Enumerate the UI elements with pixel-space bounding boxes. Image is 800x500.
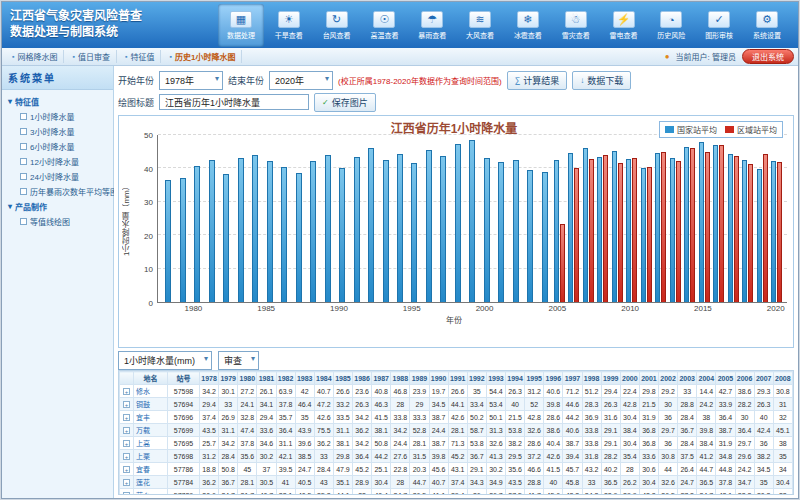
- table-header-year-1996[interactable]: 1996: [544, 372, 563, 385]
- header-module-7[interactable]: ☃雪灾查看: [553, 4, 599, 47]
- bar-national-1987: [296, 173, 302, 302]
- value-cell-上高-1994: 38.2: [506, 437, 525, 450]
- table-row-莲花[interactable]: +莲花5778436.236.728.130.54140.54335.128.9…: [120, 476, 793, 489]
- tree-group-1[interactable]: ▾产品制作: [4, 199, 111, 214]
- tree-item-0-0[interactable]: 1小时降水量: [4, 109, 111, 124]
- header-module-0[interactable]: ▦数据处理: [218, 4, 264, 47]
- table-header-year-1989[interactable]: 1989: [410, 372, 429, 385]
- value-cell-铜鼓-1997: 44.6: [563, 398, 582, 411]
- header-module-8[interactable]: ⚡雷电查看: [601, 4, 647, 47]
- table-row-上高[interactable]: +上高5769525.734.237.834.631.139.636.238.1…: [120, 437, 793, 450]
- header-module-2[interactable]: ↻台风查看: [314, 4, 360, 47]
- end-year-select[interactable]: 2020年: [269, 71, 333, 90]
- table-header-year-1987[interactable]: 1987: [372, 372, 391, 385]
- table-metric-select[interactable]: 1小时降水量(mm): [118, 351, 212, 370]
- header-module-10[interactable]: ✓图形审核: [696, 4, 742, 47]
- table-header-year-1981[interactable]: 1981: [257, 372, 276, 385]
- table-row-宜丰[interactable]: +宜丰5769637.426.932.829.435.73542.633.534…: [120, 411, 793, 424]
- header-module-9[interactable]: ◔历史风险: [648, 4, 694, 47]
- tree-item-checkbox[interactable]: [20, 143, 27, 150]
- header-module-1[interactable]: ☀干旱查看: [266, 4, 312, 47]
- tree-item-checkbox[interactable]: [20, 158, 27, 165]
- table-header-year-1978[interactable]: 1978: [200, 372, 219, 385]
- row-expand-icon[interactable]: +: [123, 401, 130, 408]
- tree-group-0[interactable]: ▾特征值: [4, 94, 111, 109]
- table-row-修水[interactable]: +修水5759834.230.127.226.163.94240.726.623…: [120, 385, 793, 398]
- tree-item-1-0[interactable]: 等值线绘图: [4, 214, 111, 229]
- table-header-year-1997[interactable]: 1997: [563, 372, 582, 385]
- table-row-万载[interactable]: +万载5769943.531.147.433.636.443.975.531.1…: [120, 424, 793, 437]
- table-row-上栗[interactable]: +上栗5769831.228.435.630.242.138.53329.836…: [120, 450, 793, 463]
- calc-button[interactable]: ∑ 计算结果: [507, 71, 568, 90]
- row-expand-icon[interactable]: +: [123, 414, 130, 421]
- table-header-name[interactable]: 地名: [134, 372, 168, 385]
- table-row-萍乡[interactable]: +萍乡5778930.634.731.740.733.140.535.244.1…: [120, 489, 793, 496]
- table-header-year-1999[interactable]: 1999: [601, 372, 620, 385]
- tab-0[interactable]: ▪网格降水图: [6, 50, 64, 63]
- table-header-year-1979[interactable]: 1979: [219, 372, 238, 385]
- table-header-year-1982[interactable]: 1982: [276, 372, 295, 385]
- tree-item-0-3[interactable]: 12小时降水量: [4, 154, 111, 169]
- row-expand-icon[interactable]: +: [123, 427, 130, 434]
- row-expand-icon[interactable]: +: [123, 388, 130, 395]
- tree-item-checkbox[interactable]: [20, 173, 27, 180]
- row-expand-icon[interactable]: +: [123, 479, 130, 486]
- table-header-year-2000[interactable]: 2000: [620, 372, 639, 385]
- table-header-year-1984[interactable]: 1984: [314, 372, 333, 385]
- tab-1[interactable]: ▪值日审查: [66, 50, 116, 63]
- tree-item-0-1[interactable]: 3小时降水量: [4, 124, 111, 139]
- table-header-year-2006[interactable]: 2006: [735, 372, 754, 385]
- tree-item-0-4[interactable]: 24小时降水量: [4, 169, 111, 184]
- row-expand-icon[interactable]: +: [123, 440, 130, 447]
- table-row-宜春[interactable]: +宜春5778618.850.8453739.524.728.447.945.2…: [120, 463, 793, 476]
- table-header-year-1980[interactable]: 1980: [238, 372, 257, 385]
- start-year-select[interactable]: 1978年: [159, 71, 223, 90]
- legend-item-0: 国家站平均: [665, 124, 717, 135]
- table-header-year-2005[interactable]: 2005: [716, 372, 735, 385]
- table-header-year-1993[interactable]: 1993: [486, 372, 505, 385]
- table-header-year-2007[interactable]: 2007: [754, 372, 773, 385]
- tab-2[interactable]: ▪特征值: [119, 50, 161, 63]
- row-expand-icon[interactable]: +: [123, 492, 130, 496]
- tree-item-label: 3小时降水量: [30, 126, 74, 137]
- table-header-station[interactable]: 站号: [168, 372, 200, 385]
- header-module-6[interactable]: ❄冰雹查看: [505, 4, 551, 47]
- table-header-year-1994[interactable]: 1994: [506, 372, 525, 385]
- table-header-year-2001[interactable]: 2001: [639, 372, 658, 385]
- table-header-year-1986[interactable]: 1986: [353, 372, 372, 385]
- chart-title-input[interactable]: [159, 94, 309, 110]
- tree-item-checkbox[interactable]: [20, 218, 27, 225]
- row-expand-icon[interactable]: +: [123, 453, 130, 460]
- table-header-year-1985[interactable]: 1985: [333, 372, 352, 385]
- table-header-year-2003[interactable]: 2003: [678, 372, 697, 385]
- table-header-year-1991[interactable]: 1991: [448, 372, 467, 385]
- tree-item-0-5[interactable]: 历年暴雨次数年平均等图: [4, 184, 111, 199]
- table-header-year-1990[interactable]: 1990: [429, 372, 448, 385]
- table-header-year-1988[interactable]: 1988: [391, 372, 410, 385]
- row-expand-icon[interactable]: +: [123, 466, 130, 473]
- header-module-5[interactable]: ≋大风查看: [457, 4, 503, 47]
- tree-item-checkbox[interactable]: [20, 188, 27, 195]
- header-module-4[interactable]: ☂暴雨查看: [409, 4, 455, 47]
- download-button[interactable]: ↓ 数据下载: [572, 71, 631, 90]
- bar-regional-2011: [647, 167, 652, 302]
- header-module-3[interactable]: ☉高温查看: [361, 4, 407, 47]
- table-row-铜鼓[interactable]: +铜鼓5769429.43324.134.137.846.447.233.226…: [120, 398, 793, 411]
- table-scroll[interactable]: 地名站号197819791980198119821983198419851986…: [118, 370, 794, 495]
- tree-item-checkbox[interactable]: [20, 128, 27, 135]
- tree-item-0-2[interactable]: 6小时降水量: [4, 139, 111, 154]
- header-module-11[interactable]: ⚙系统设置: [744, 4, 790, 47]
- table-header-year-2008[interactable]: 2008: [773, 372, 792, 385]
- save-image-button[interactable]: ✓ 保存图片: [314, 93, 376, 112]
- table-header-year-2004[interactable]: 2004: [697, 372, 716, 385]
- logout-button[interactable]: 退出系统: [742, 49, 794, 64]
- bar-group-1978: [161, 135, 175, 302]
- table-header-year-2002[interactable]: 2002: [659, 372, 678, 385]
- tab-3[interactable]: ▪历史1小时降水图: [163, 50, 242, 63]
- table-header-year-1983[interactable]: 1983: [295, 372, 314, 385]
- tree-item-checkbox[interactable]: [20, 113, 27, 120]
- table-header-year-1998[interactable]: 1998: [582, 372, 601, 385]
- table-header-year-1992[interactable]: 1992: [467, 372, 486, 385]
- table-header-year-1995[interactable]: 1995: [525, 372, 544, 385]
- table-review-select[interactable]: 审查: [218, 351, 259, 370]
